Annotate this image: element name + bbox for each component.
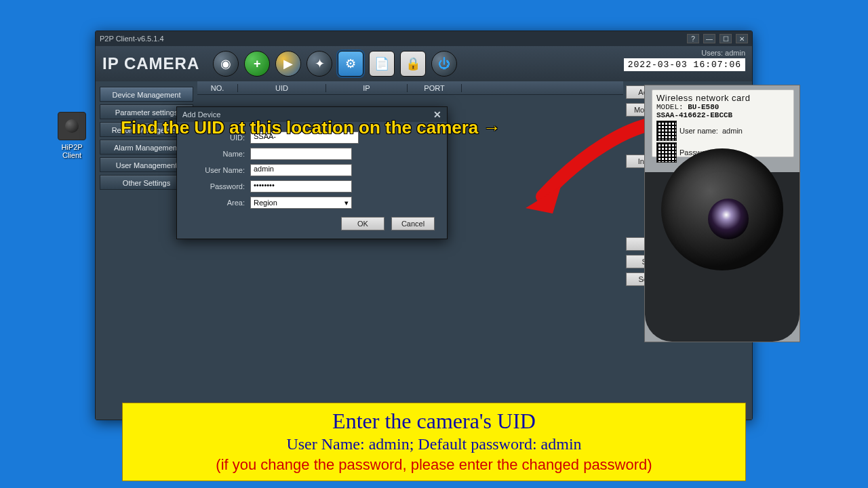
chevron-down-icon: ▾ bbox=[344, 199, 349, 207]
playback-icon[interactable]: ▶ bbox=[275, 51, 301, 77]
device-table-header: NO. UID IP PORT bbox=[197, 81, 623, 95]
username-input[interactable]: admin bbox=[250, 164, 352, 176]
users-label: Users: admin bbox=[624, 49, 745, 57]
area-select[interactable]: Region ▾ bbox=[250, 197, 352, 209]
password-label: Password: bbox=[189, 182, 250, 190]
toolbar: ◉ + ▶ ✦ ⚙ 📄 🔒 ⏻ bbox=[213, 51, 457, 77]
cancel-button[interactable]: Cancel bbox=[391, 217, 435, 230]
titlebar: P2P Client-v6.5.1.4 ? — ☐ ✕ bbox=[96, 31, 752, 46]
ok-button[interactable]: OK bbox=[341, 217, 384, 230]
camera-sticker: Wireless network card MODEL: BU-E580 SSA… bbox=[652, 89, 794, 157]
camera-body bbox=[645, 172, 800, 342]
camera-photo: Wireless network card MODEL: BU-E580 SSA… bbox=[644, 85, 800, 342]
callout-find-uid: Find the UID at this location on the cam… bbox=[121, 117, 501, 138]
app-icon bbox=[58, 112, 86, 140]
header: IP CAMERA ◉ + ▶ ✦ ⚙ 📄 🔒 ⏻ Users: admin 2… bbox=[96, 46, 752, 81]
lock-icon[interactable]: 🔒 bbox=[400, 51, 426, 77]
sidebar-item-device-management[interactable]: Device Management bbox=[100, 87, 193, 102]
instruction-line-1: Enter the camera's UID bbox=[132, 409, 736, 434]
camera-lens bbox=[708, 199, 749, 239]
power-icon[interactable]: ⏻ bbox=[431, 51, 457, 77]
window-title: P2P Client-v6.5.1.4 bbox=[100, 35, 164, 43]
app-logo: IP CAMERA bbox=[102, 54, 213, 73]
area-label: Area: bbox=[189, 199, 250, 207]
name-input[interactable] bbox=[250, 148, 352, 160]
sticker-model-label: MODEL: bbox=[656, 103, 684, 111]
name-label: Name: bbox=[189, 150, 250, 158]
col-no[interactable]: NO. bbox=[197, 84, 238, 92]
camera-dome bbox=[661, 148, 783, 270]
desktop-shortcut-label: HiP2P Client bbox=[53, 143, 91, 159]
folder-icon[interactable]: 📄 bbox=[369, 51, 395, 77]
qr-code-icon-2 bbox=[656, 142, 677, 163]
close-button[interactable]: ✕ bbox=[736, 34, 748, 43]
sticker-user-label: User name: bbox=[679, 127, 718, 135]
instruction-line-3: (if you change the password, please ente… bbox=[132, 456, 736, 474]
wheel-icon[interactable]: ✦ bbox=[307, 51, 332, 77]
area-select-value: Region bbox=[254, 199, 277, 207]
sticker-title: Wireless network card bbox=[656, 93, 789, 103]
col-port[interactable]: PORT bbox=[408, 84, 462, 92]
add-icon[interactable]: + bbox=[244, 51, 270, 77]
password-input[interactable]: •••••••• bbox=[250, 180, 352, 192]
sticker-model-value: BU-E580 bbox=[688, 103, 719, 111]
qr-code-icon bbox=[656, 121, 677, 141]
sticker-serial: SSAA-416622-EBCCB bbox=[656, 111, 732, 119]
minimize-button[interactable]: — bbox=[703, 34, 715, 43]
help-button[interactable]: ? bbox=[687, 34, 699, 43]
settings-icon[interactable]: ⚙ bbox=[338, 51, 363, 77]
col-ip[interactable]: IP bbox=[326, 84, 408, 92]
timestamp: 2022-03-03 16:07:06 bbox=[624, 58, 745, 71]
desktop-shortcut[interactable]: HiP2P Client bbox=[53, 112, 91, 159]
col-uid[interactable]: UID bbox=[238, 84, 326, 92]
instruction-box: Enter the camera's UID User Name: admin;… bbox=[122, 403, 746, 481]
sticker-user-value: admin bbox=[722, 127, 743, 135]
instruction-line-2: User Name: admin; Default password: admi… bbox=[132, 435, 736, 453]
maximize-button[interactable]: ☐ bbox=[719, 34, 732, 43]
username-label: User Name: bbox=[189, 166, 250, 174]
camera-icon[interactable]: ◉ bbox=[213, 51, 239, 77]
